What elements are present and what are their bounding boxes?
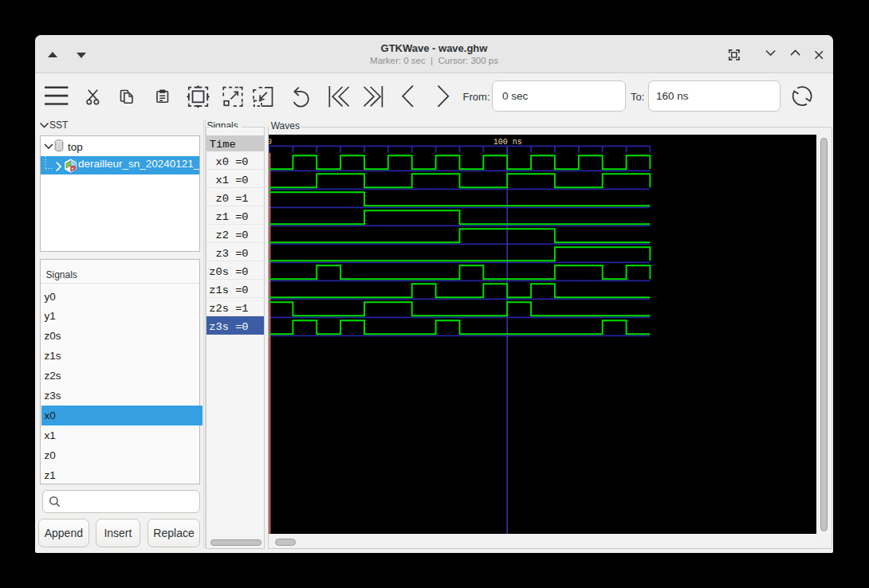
svg-text:0: 0: [269, 138, 272, 147]
svg-text:100 ns: 100 ns: [493, 138, 522, 147]
